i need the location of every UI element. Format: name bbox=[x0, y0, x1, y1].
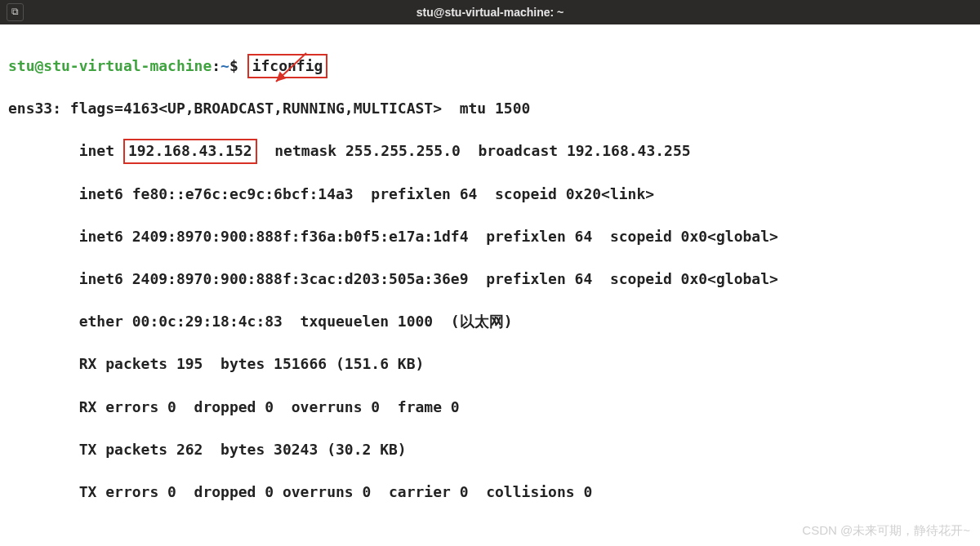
prompt-path: ~ bbox=[220, 57, 229, 74]
ens33-ip-highlight-box: 192.168.43.152 bbox=[123, 139, 257, 163]
prompt-dollar: $ bbox=[229, 57, 238, 74]
ens33-tx-errors: TX errors 0 dropped 0 overruns 0 carrier… bbox=[8, 482, 972, 503]
ens33-header: ens33: flags=4163<UP,BROADCAST,RUNNING,M… bbox=[8, 98, 972, 119]
ens33-ether: ether 00:0c:29:18:4c:83 txqueuelen 1000 … bbox=[8, 311, 972, 332]
prompt-line-1: stu@stu-virtual-machine:~$ ifconfig bbox=[8, 55, 972, 77]
ens33-inet-prefix: inet bbox=[8, 142, 123, 159]
terminal-output[interactable]: stu@stu-virtual-machine:~$ ifconfig ens3… bbox=[0, 24, 980, 546]
ens33-rx-packets: RX packets 195 bytes 151666 (151.6 KB) bbox=[8, 353, 972, 375]
ens33-inet6-2: inet6 2409:8970:900:888f:f36a:b0f5:e17a:… bbox=[8, 226, 972, 247]
window-title: stu@stu-virtual-machine: ~ bbox=[416, 4, 564, 20]
window-titlebar: ⧉ stu@stu-virtual-machine: ~ bbox=[0, 0, 980, 24]
prompt-at: @ bbox=[35, 57, 44, 74]
ens33-inet6-1: inet6 fe80::e76c:ec9c:6bcf:14a3 prefixle… bbox=[8, 184, 972, 205]
ens33-tx-packets: TX packets 262 bytes 30243 (30.2 KB) bbox=[8, 439, 972, 460]
ens33-inet-suffix: netmask 255.255.255.0 broadcast 192.168.… bbox=[257, 142, 691, 159]
prompt-host: stu-virtual-machine bbox=[43, 57, 212, 74]
prompt-colon: : bbox=[212, 57, 220, 74]
prompt-user: stu bbox=[8, 57, 35, 74]
ens33-ip-text: 192.168.43.152 bbox=[128, 142, 252, 159]
command-highlight-box: ifconfig bbox=[247, 54, 328, 78]
command-text: ifconfig bbox=[252, 57, 323, 74]
new-tab-icon[interactable]: ⧉ bbox=[7, 3, 24, 20]
ens33-inet-line: inet 192.168.43.152 netmask 255.255.255.… bbox=[8, 140, 972, 162]
watermark-text: CSDN @未来可期，静待花开~ bbox=[802, 522, 970, 539]
ens33-rx-errors: RX errors 0 dropped 0 overruns 0 frame 0 bbox=[8, 397, 972, 418]
ens33-inet6-3: inet6 2409:8970:900:888f:3cac:d203:505a:… bbox=[8, 269, 972, 290]
